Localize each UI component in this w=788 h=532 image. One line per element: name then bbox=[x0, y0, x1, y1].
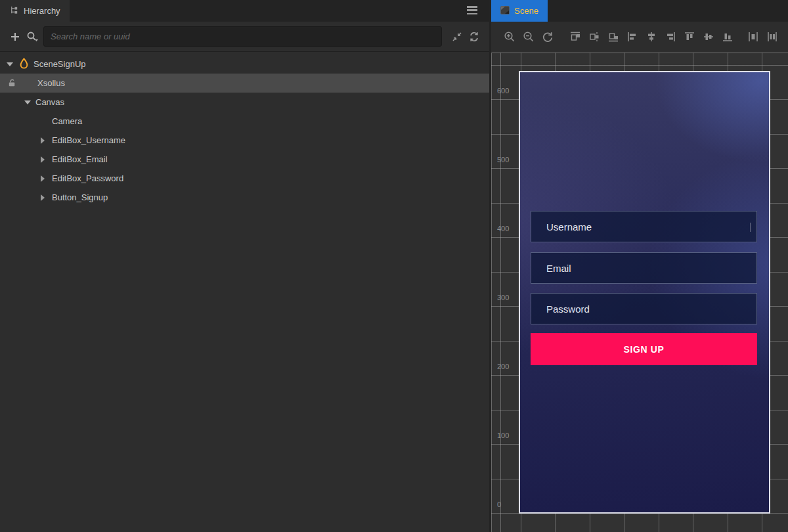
email-placeholder: Email bbox=[546, 263, 571, 274]
unlock-icon[interactable] bbox=[7, 78, 17, 89]
align-bottom-icon[interactable] bbox=[720, 29, 735, 45]
scene-toolbar bbox=[491, 22, 788, 52]
expand-arrow-icon[interactable] bbox=[7, 62, 13, 66]
dock-middle-icon[interactable] bbox=[586, 29, 602, 45]
tree-item-xsollus[interactable]: Xsollus bbox=[0, 74, 489, 93]
ruler-label: 400 bbox=[497, 225, 509, 233]
tree-item-editbox-username[interactable]: EditBox_Username bbox=[0, 131, 489, 150]
tree-item-label: Button_Signup bbox=[52, 192, 108, 202]
tree-item-button-signup[interactable]: Button_Signup bbox=[0, 188, 489, 207]
distribute-vertical-icon[interactable] bbox=[764, 29, 780, 45]
zoom-in-icon[interactable] bbox=[502, 29, 517, 45]
collapsed-arrow-icon[interactable] bbox=[41, 137, 45, 144]
scene-viewport[interactable]: 600 500 400 300 200 100 0 Username Email… bbox=[491, 53, 788, 532]
tab-scene-label: Scene bbox=[514, 6, 538, 16]
align-vertical-center-icon[interactable] bbox=[701, 29, 716, 45]
scene-panel: Scene bbox=[489, 0, 788, 532]
align-top-icon[interactable] bbox=[682, 29, 697, 45]
panel-menu-icon[interactable] bbox=[467, 6, 477, 15]
tree-item-canvas[interactable]: Canvas bbox=[0, 93, 489, 112]
align-left-icon[interactable] bbox=[624, 29, 640, 45]
collapse-all-icon[interactable] bbox=[449, 28, 466, 45]
tree-item-scenesignup[interactable]: SceneSignUp bbox=[0, 55, 489, 74]
dock-top-icon[interactable] bbox=[567, 29, 583, 45]
tree-item-label: Camera bbox=[52, 116, 82, 126]
text-caret bbox=[750, 223, 751, 232]
editbox-username[interactable]: Username bbox=[531, 211, 757, 242]
ruler-label: 600 bbox=[497, 87, 509, 95]
signup-button-label: SIGN UP bbox=[624, 344, 665, 355]
password-placeholder: Password bbox=[546, 303, 590, 315]
tree-item-label: EditBox_Username bbox=[52, 135, 125, 145]
hierarchy-toolbar bbox=[0, 22, 489, 52]
collapsed-arrow-icon[interactable] bbox=[41, 156, 45, 163]
hierarchy-tree-icon bbox=[9, 5, 19, 17]
collapsed-arrow-icon[interactable] bbox=[41, 194, 45, 201]
align-right-icon[interactable] bbox=[663, 29, 678, 45]
tab-hierarchy[interactable]: Hierarchy bbox=[0, 0, 70, 22]
expand-arrow-icon[interactable] bbox=[24, 100, 31, 104]
tab-scene[interactable]: Scene bbox=[491, 0, 548, 22]
distribute-horizontal-icon[interactable] bbox=[745, 29, 761, 45]
scene-tabbar: Scene bbox=[491, 0, 788, 22]
hierarchy-panel: Hierarchy bbox=[0, 0, 489, 532]
search-input[interactable] bbox=[43, 26, 442, 47]
ruler-label: 0 bbox=[497, 500, 501, 508]
tab-hierarchy-label: Hierarchy bbox=[24, 6, 60, 16]
tree-item-camera[interactable]: Camera bbox=[0, 112, 489, 131]
tree-item-label: EditBox_Email bbox=[52, 154, 108, 164]
zoom-out-icon[interactable] bbox=[521, 29, 536, 45]
collapsed-arrow-icon[interactable] bbox=[41, 175, 45, 182]
create-node-button[interactable] bbox=[7, 28, 24, 45]
ruler-label: 300 bbox=[497, 294, 509, 301]
dock-bottom-icon[interactable] bbox=[605, 29, 621, 45]
hierarchy-tabbar: Hierarchy bbox=[0, 0, 489, 22]
reset-view-icon[interactable] bbox=[540, 29, 556, 45]
hierarchy-tree: SceneSignUp Xsollus Canvas Camera EditBo… bbox=[0, 52, 489, 207]
tree-item-editbox-email[interactable]: EditBox_Email bbox=[0, 150, 489, 169]
tree-item-label: SceneSignUp bbox=[33, 59, 86, 69]
editbox-email[interactable]: Email bbox=[531, 252, 757, 284]
tree-item-editbox-password[interactable]: EditBox_Password bbox=[0, 169, 489, 188]
scene-tab-icon bbox=[500, 6, 510, 16]
editbox-password[interactable]: Password bbox=[531, 293, 757, 324]
align-horizontal-center-icon[interactable] bbox=[644, 29, 659, 45]
refresh-icon[interactable] bbox=[466, 28, 483, 45]
scene-asset-icon bbox=[19, 58, 29, 71]
username-placeholder: Username bbox=[546, 221, 592, 233]
ruler-label: 200 bbox=[497, 363, 509, 370]
tree-item-label: Canvas bbox=[35, 97, 64, 107]
signup-button[interactable]: SIGN UP bbox=[531, 333, 757, 365]
ruler-label: 100 bbox=[497, 432, 509, 439]
tree-item-label: EditBox_Password bbox=[52, 173, 123, 183]
tree-item-label: Xsollus bbox=[37, 78, 65, 88]
search-filter-button[interactable] bbox=[24, 28, 41, 45]
ruler-label: 500 bbox=[497, 156, 509, 164]
design-canvas[interactable]: Username Email Password SIGN UP bbox=[519, 71, 770, 514]
